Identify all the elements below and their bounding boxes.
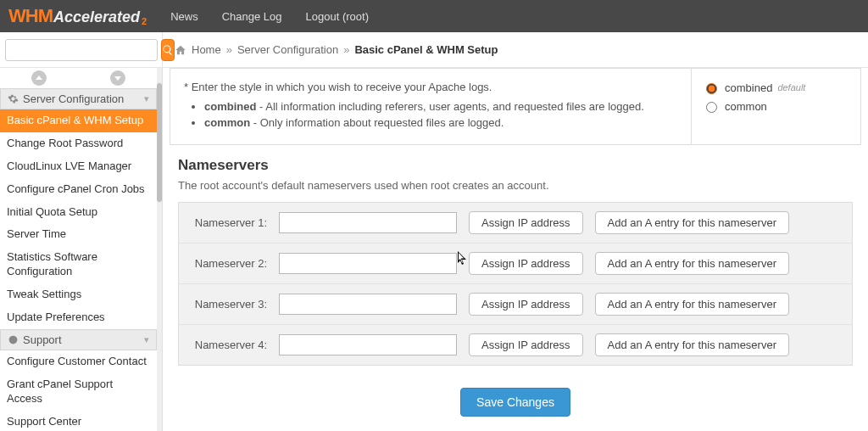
sidebar-item-customer-contact[interactable]: Configure Customer Contact	[0, 350, 157, 373]
sidebar-item-update[interactable]: Update Preferences	[0, 306, 157, 329]
sidebar-cat-label: Server Configuration	[23, 92, 124, 105]
sidebar-item-support-center[interactable]: Support Center	[0, 411, 157, 431]
nameserver-row-4: Nameserver 4: Assign IP address Add an A…	[179, 324, 852, 365]
assign-ip-button[interactable]: Assign IP address	[469, 211, 583, 234]
add-a-entry-button[interactable]: Add an A entry for this nameserver	[595, 211, 789, 234]
nav-changelog[interactable]: Change Log	[222, 10, 282, 23]
top-nav: News Change Log Logout (root)	[170, 10, 369, 23]
nameserver-row-3: Nameserver 3: Assign IP address Add an A…	[179, 283, 852, 324]
nameserver-label: Nameserver 3:	[189, 298, 267, 311]
save-changes-button[interactable]: Save Changes	[460, 388, 570, 417]
sidebar-item-tweak[interactable]: Tweak Settings	[0, 283, 157, 306]
sidebar-controls	[0, 68, 157, 88]
sidebar-cat-support[interactable]: Support ▾	[0, 329, 157, 350]
nav-news[interactable]: News	[170, 10, 198, 23]
radio-common[interactable]: common	[702, 99, 850, 113]
nameserver-label: Nameserver 1:	[189, 216, 267, 229]
sidebar-item-server-time[interactable]: Server Time	[0, 223, 157, 246]
sidebar-item-quota[interactable]: Initial Quota Setup	[0, 201, 157, 224]
sidebar-cat-server-config[interactable]: Server Configuration ▾	[0, 88, 157, 109]
nameserver-label: Nameserver 2:	[189, 257, 267, 270]
logo[interactable]: WHM Accelerated 2	[8, 5, 147, 27]
nameserver-label: Nameserver 4:	[189, 339, 267, 351]
topbar: WHM Accelerated 2 News Change Log Logout…	[0, 0, 868, 32]
apache-log-description: * Enter the style in which you wish to r…	[170, 69, 691, 144]
crumb-home[interactable]: Home	[192, 43, 221, 56]
apache-combined-desc: combined - All information including ref…	[204, 100, 677, 113]
crumb-sep: »	[226, 43, 232, 56]
sidebar-item-cloudlinux[interactable]: CloudLinux LVE Manager	[0, 155, 157, 178]
crumb-server-config[interactable]: Server Configuration	[237, 43, 338, 56]
sidebar-item-cron[interactable]: Configure cPanel Cron Jobs	[0, 178, 157, 201]
chevron-down-icon: ▾	[144, 93, 149, 104]
radio-combined-label: combined	[725, 81, 772, 94]
subbar: Home » Server Configuration » Basic cPan…	[0, 32, 868, 68]
apache-intro: * Enter the style in which you wish to r…	[184, 81, 677, 93]
sidebar-item-grant-access[interactable]: Grant cPanel Support Access	[0, 373, 157, 411]
nameserver-3-input[interactable]	[279, 294, 457, 315]
support-icon	[8, 334, 19, 345]
gear-icon	[8, 93, 19, 104]
nameserver-row-1: Nameserver 1: Assign IP address Add an A…	[179, 203, 852, 243]
chevron-down-icon: ▾	[144, 334, 149, 345]
crumb-current: Basic cPanel & WHM Setup	[354, 43, 498, 56]
nav-logout[interactable]: Logout (root)	[306, 10, 369, 23]
search-wrap	[0, 32, 163, 67]
assign-ip-button[interactable]: Assign IP address	[469, 252, 583, 275]
radio-common-input[interactable]	[706, 102, 717, 113]
main-content: * Enter the style in which you wish to r…	[163, 68, 868, 431]
save-row: Save Changes	[163, 388, 868, 417]
nameserver-1-input[interactable]	[279, 212, 457, 233]
default-tag: default	[777, 82, 805, 92]
nameserver-2-input[interactable]	[279, 253, 457, 274]
nameserver-4-input[interactable]	[279, 334, 457, 355]
collapse-down-button[interactable]	[110, 70, 125, 86]
add-a-entry-button[interactable]: Add an A entry for this nameserver	[595, 333, 789, 356]
radio-combined-input[interactable]	[706, 83, 717, 94]
assign-ip-button[interactable]: Assign IP address	[469, 333, 583, 356]
crumb-sep: »	[343, 43, 349, 56]
breadcrumb: Home » Server Configuration » Basic cPan…	[163, 43, 498, 56]
assign-ip-button[interactable]: Assign IP address	[469, 293, 583, 316]
sidebar-item-stats[interactable]: Statistics Software Configuration	[0, 246, 157, 283]
nameservers-subtext: The root account's default nameservers u…	[178, 179, 853, 192]
svg-point-0	[9, 336, 18, 344]
sidebar-item-basic-setup[interactable]: Basic cPanel & WHM Setup	[0, 109, 157, 132]
nameservers-heading: Nameservers	[178, 157, 853, 174]
sidebar-scrollbar[interactable]	[157, 68, 162, 431]
apache-log-options: combined default common	[691, 69, 860, 144]
radio-combined[interactable]: combined default	[702, 81, 850, 94]
radio-common-label: common	[725, 100, 767, 113]
scrollbar-thumb[interactable]	[157, 83, 162, 202]
collapse-up-button[interactable]	[31, 70, 47, 86]
search-input[interactable]	[5, 39, 158, 61]
logo-sub: Accelerated	[53, 8, 140, 26]
apache-log-panel: * Enter the style in which you wish to r…	[170, 68, 861, 145]
sidebar-cat-label: Support	[23, 333, 62, 346]
apache-common-desc: common - Only information about requeste…	[204, 116, 677, 129]
add-a-entry-button[interactable]: Add an A entry for this nameserver	[595, 293, 789, 316]
add-a-entry-button[interactable]: Add an A entry for this nameserver	[595, 252, 789, 275]
logo-tag: 2	[142, 16, 147, 26]
nameserver-row-2: Nameserver 2: Assign IP address Add an A…	[179, 243, 852, 283]
sidebar-item-change-root-password[interactable]: Change Root Password	[0, 132, 157, 155]
nameservers-table: Nameserver 1: Assign IP address Add an A…	[178, 202, 853, 366]
logo-brand: WHM	[8, 5, 53, 27]
sidebar: Server Configuration ▾ Basic cPanel & WH…	[0, 68, 163, 431]
home-icon	[175, 44, 186, 56]
